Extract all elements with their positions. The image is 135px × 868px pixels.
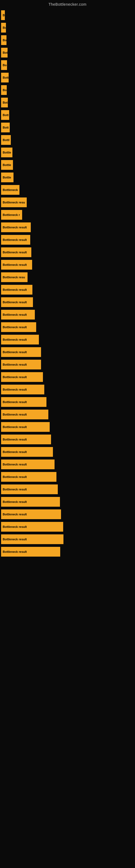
bar-row: Bottleneck result: [1, 310, 135, 319]
bar-label: Bottleneck result: [2, 475, 27, 478]
bar-row: Bottleneck result: [1, 460, 135, 469]
bar-label: Bottleneck result: [2, 450, 27, 454]
bar-row: Bottleneck result: [1, 547, 135, 557]
bar-item: Bo: [1, 23, 6, 33]
bar-row: Bottleneck result: [1, 422, 135, 432]
bar-label: Bottle: [2, 176, 12, 179]
bar-item: Bo: [1, 35, 6, 45]
bar-label: Bottleneck result: [2, 400, 27, 404]
bar-row: Bottleneck r: [1, 210, 135, 220]
bar-row: Bottleneck result: [1, 297, 135, 307]
bar-label: Bottleneck result: [2, 463, 27, 466]
bar-item: Bottleneck result: [1, 384, 44, 394]
bar-label: Bo: [2, 63, 7, 67]
bar-item: Bot: [1, 48, 8, 58]
bar-item: Bottleneck: [1, 185, 19, 195]
bar-item: Bott: [1, 73, 9, 83]
bar-label: Bottleneck result: [2, 538, 27, 541]
bar-row: Bo: [1, 35, 135, 45]
bar-item: B: [1, 10, 5, 20]
bar-label: Bottle: [2, 151, 12, 154]
bar-row: Bottleneck result: [1, 222, 135, 232]
bar-label: Bottl: [2, 138, 10, 142]
bar-row: Bottleneck result: [1, 397, 135, 407]
bar-row: Bottle: [1, 160, 135, 170]
bar-label: Bottleneck result: [2, 313, 27, 316]
bar-label: Bot: [2, 51, 8, 54]
bar-row: Bottleneck result: [1, 372, 135, 382]
bar-item: Bottleneck r: [1, 210, 22, 220]
bar-item: Bottleneck result: [1, 372, 43, 382]
bar-label: Bottleneck: [2, 188, 18, 191]
bar-item: Bottleneck result: [1, 447, 53, 457]
bar-item: Bo: [1, 85, 7, 95]
bar-item: Bottleneck result: [1, 534, 63, 544]
bar-item: Bottl: [1, 135, 11, 145]
bar-row: Bottleneck result: [1, 522, 135, 532]
bar-item: Bottleneck result: [1, 235, 30, 245]
bar-row: Bottleneck result: [1, 534, 135, 544]
bar-item: Bottleneck resu: [1, 197, 27, 207]
bar-row: B: [1, 10, 135, 20]
bar-row: Bottl: [1, 135, 135, 145]
bar-label: Bottleneck result: [2, 238, 27, 241]
bar-label: Bottleneck result: [2, 550, 27, 553]
bar-label: Bottleneck result: [2, 326, 27, 329]
bar-label: Bottleneck resu: [2, 276, 26, 279]
bar-label: Bottleneck result: [2, 251, 27, 254]
bar-row: Bottleneck result: [1, 509, 135, 519]
bar-row: Bottle: [1, 173, 135, 182]
bar-row: Bottleneck result: [1, 335, 135, 344]
bar-label: Bottleneck result: [2, 513, 27, 516]
bar-item: Bottleneck result: [1, 297, 33, 307]
bar-row: Bo: [1, 60, 135, 70]
bar-row: Bot: [1, 98, 135, 107]
bar-label: Bott: [2, 126, 9, 129]
bar-item: Bottleneck result: [1, 397, 46, 407]
bar-row: Bottleneck result: [1, 497, 135, 507]
bar-item: Bottleneck result: [1, 322, 36, 332]
bar-item: Bottleneck result: [1, 285, 32, 294]
bar-label: Bo: [2, 88, 7, 92]
bar-label: Bottleneck result: [2, 288, 27, 291]
bar-label: Bottleneck result: [2, 363, 27, 366]
bar-row: Bottleneck: [1, 185, 135, 195]
bar-item: Bottleneck result: [1, 509, 61, 519]
bar-label: Bott: [2, 76, 9, 79]
bar-item: Bottleneck result: [1, 547, 60, 557]
bar-row: Bottleneck result: [1, 247, 135, 257]
bar-item: Bot: [1, 98, 8, 107]
bar-label: Bo: [2, 26, 6, 29]
bar-item: Bottleneck result: [1, 497, 60, 507]
bar-label: Bottleneck result: [2, 350, 27, 354]
site-title: TheBottlenecker.com: [0, 0, 135, 8]
bar-item: Bottleneck result: [1, 522, 63, 532]
bar-label: Bottleneck result: [2, 301, 27, 304]
bar-label: Bo: [2, 38, 6, 42]
bar-row: Bott: [1, 110, 135, 120]
bar-label: Bottleneck resu: [2, 201, 26, 204]
bar-label: Bottleneck result: [2, 413, 27, 416]
bar-item: Bottleneck result: [1, 472, 56, 482]
bar-label: Bottleneck result: [2, 438, 27, 441]
bar-label: Bott: [2, 113, 9, 117]
bar-item: Bottleneck result: [1, 410, 48, 420]
bar-row: Bottleneck result: [1, 485, 135, 494]
bar-label: Bottleneck r: [2, 213, 20, 216]
bar-row: Bott: [1, 73, 135, 83]
bar-row: Bottleneck result: [1, 384, 135, 394]
bar-item: Bottle: [1, 173, 13, 182]
bar-row: Bottleneck result: [1, 347, 135, 357]
bar-row: Bo: [1, 85, 135, 95]
bar-item: Bottle: [1, 148, 12, 157]
bar-item: Bottleneck result: [1, 347, 41, 357]
bar-label: Bot: [2, 101, 8, 104]
bar-row: Bottleneck result: [1, 235, 135, 245]
bars-container: BBoBoBotBoBottBoBotBottBottBottlBottleBo…: [0, 10, 135, 557]
bar-label: Bottleneck result: [2, 425, 27, 429]
bar-item: Bottleneck result: [1, 247, 31, 257]
bar-label: Bottle: [2, 163, 12, 166]
bar-item: Bottleneck result: [1, 260, 32, 270]
bar-item: Bottle: [1, 160, 13, 170]
bar-label: Bottleneck result: [2, 338, 27, 341]
